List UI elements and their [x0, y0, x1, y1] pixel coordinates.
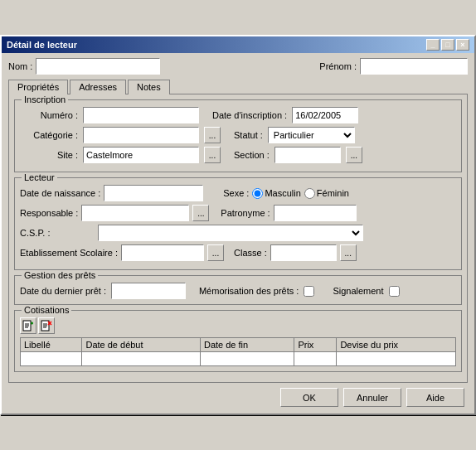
- lecteur-row2: Responsable : ... Patronyme :: [20, 205, 456, 221]
- masculin-radio[interactable]: [252, 188, 263, 199]
- bottom-buttons: OK Annuler Aide: [8, 388, 468, 407]
- gestion-row: Date du dernier prêt : Mémorisation des …: [20, 283, 456, 299]
- masculin-radio-label[interactable]: Masculin: [252, 188, 300, 199]
- section-dots-button[interactable]: ...: [346, 147, 362, 163]
- classe-label: Classe :: [234, 248, 267, 258]
- cotisation-add-button[interactable]: [20, 317, 36, 334]
- dernier-pret-input[interactable]: [111, 283, 186, 299]
- nom-label: Nom :: [8, 61, 32, 71]
- date-inscription-label: Date d'inscription :: [212, 110, 287, 120]
- cotisations-group: Cotisations: [14, 310, 462, 372]
- cotisation-delete-button[interactable]: [38, 317, 55, 334]
- memorisation-label: Mémorisation des prêts :: [199, 286, 299, 296]
- feminin-radio-label[interactable]: Féminin: [304, 188, 349, 199]
- title-bar: Détail de lecteur _ □ ×: [2, 36, 474, 53]
- lecteur-group: Lecteur Date de naissance : Sexe : Mascu…: [14, 177, 462, 270]
- tab-content: Inscription Numéro : Date d'inscription …: [8, 94, 468, 383]
- col-date-fin: Date de fin: [200, 338, 294, 352]
- numero-label: Numéro :: [20, 110, 78, 120]
- csp-select[interactable]: [98, 225, 363, 241]
- signalement-checkbox[interactable]: [389, 286, 400, 297]
- nom-input[interactable]: [36, 58, 160, 75]
- numero-input[interactable]: [83, 107, 199, 123]
- gestion-group: Gestion des prêts Date du dernier prêt :…: [14, 275, 462, 305]
- window-title: Détail de lecteur: [7, 40, 77, 50]
- prenom-label: Prénom :: [319, 61, 357, 71]
- content-area: Nom : Prénom : Propriétés Adresses Notes…: [2, 53, 474, 414]
- signalement-label: Signalement: [333, 286, 383, 296]
- inscription-content: Numéro : Date d'inscription : Catégorie …: [20, 107, 456, 163]
- cotisations-table: Libellé Date de début Date de fin Prix D…: [20, 337, 456, 366]
- date-naissance-label: Date de naissance :: [20, 188, 100, 198]
- inscription-row2: Catégorie : ... Statut : Particulier Pro…: [20, 127, 456, 143]
- tabs-bar: Propriétés Adresses Notes: [8, 80, 468, 94]
- col-libelle: Libellé: [21, 338, 82, 352]
- sexe-label: Sexe :: [223, 188, 249, 198]
- title-bar-buttons: _ □ ×: [426, 39, 469, 51]
- aide-button[interactable]: Aide: [406, 388, 464, 407]
- section-label: Section :: [234, 150, 270, 160]
- section-input[interactable]: [274, 147, 341, 163]
- lecteur-row3: C.S.P. :: [20, 225, 456, 241]
- responsable-dots-button[interactable]: ...: [192, 205, 209, 221]
- date-naissance-input[interactable]: [104, 185, 203, 201]
- col-devise: Devise du prix: [337, 338, 456, 352]
- responsable-label: Responsable :: [20, 208, 78, 218]
- statut-label: Statut :: [234, 130, 263, 140]
- categorie-input[interactable]: [83, 127, 199, 143]
- categorie-label: Catégorie :: [20, 130, 78, 140]
- col-prix: Prix: [294, 338, 337, 352]
- ok-button[interactable]: OK: [280, 388, 338, 407]
- statut-select[interactable]: Particulier Professionnel Autre: [268, 127, 355, 143]
- memorisation-checkbox[interactable]: [304, 286, 314, 297]
- gestion-content: Date du dernier prêt : Mémorisation des …: [20, 283, 456, 299]
- date-inscription-input[interactable]: [292, 107, 358, 123]
- site-input[interactable]: [83, 147, 199, 163]
- annuler-button[interactable]: Annuler: [343, 388, 401, 407]
- etablissement-label: Etablissement Scolaire :: [20, 248, 118, 258]
- patronyme-label: Patronyme :: [221, 208, 270, 218]
- categorie-dots-button[interactable]: ...: [204, 127, 221, 143]
- inscription-group: Inscription Numéro : Date d'inscription …: [14, 99, 462, 172]
- close-button[interactable]: ×: [456, 39, 469, 51]
- minimize-button[interactable]: _: [426, 39, 440, 51]
- maximize-button[interactable]: □: [441, 39, 454, 51]
- etablissement-dots-button[interactable]: ...: [207, 244, 224, 261]
- tab-notes[interactable]: Notes: [128, 80, 170, 94]
- lecteur-title: Lecteur: [22, 172, 57, 182]
- add-icon: [22, 320, 34, 331]
- site-dots-button[interactable]: ...: [204, 147, 221, 163]
- dernier-pret-label: Date du dernier prêt :: [20, 286, 106, 296]
- delete-icon: [41, 320, 52, 331]
- tab-adresses[interactable]: Adresses: [70, 80, 126, 94]
- lecteur-row4: Etablissement Scolaire : ... Classe : ..…: [20, 244, 456, 261]
- classe-input[interactable]: [270, 244, 337, 261]
- main-window: Détail de lecteur _ □ × Nom : Prénom : P…: [0, 35, 476, 415]
- cotisations-content: Libellé Date de début Date de fin Prix D…: [20, 317, 456, 366]
- lecteur-row1: Date de naissance : Sexe : Masculin Fémi…: [20, 185, 456, 201]
- inscription-row1: Numéro : Date d'inscription :: [20, 107, 456, 123]
- lecteur-content: Date de naissance : Sexe : Masculin Fémi…: [20, 185, 456, 261]
- csp-label: C.S.P. :: [20, 228, 95, 238]
- etablissement-input[interactable]: [121, 244, 204, 261]
- gestion-title: Gestion des prêts: [22, 270, 98, 280]
- responsable-input[interactable]: [81, 205, 189, 221]
- tab-proprietes[interactable]: Propriétés: [8, 80, 68, 94]
- cot-empty-row: [21, 352, 456, 366]
- site-label: Site :: [20, 150, 78, 160]
- prenom-input[interactable]: [360, 58, 468, 75]
- col-date-debut: Date de début: [82, 338, 201, 352]
- classe-dots-button[interactable]: ...: [340, 244, 357, 261]
- sexe-radio-group: Masculin Féminin: [252, 188, 349, 199]
- top-row: Nom : Prénom :: [8, 58, 468, 75]
- patronyme-input[interactable]: [274, 205, 357, 221]
- inscription-row3: Site : ... Section : ...: [20, 147, 456, 163]
- inscription-title: Inscription: [22, 94, 68, 104]
- cotisations-toolbar: [20, 317, 456, 334]
- cotisations-title: Cotisations: [22, 305, 71, 315]
- feminin-radio[interactable]: [304, 188, 315, 199]
